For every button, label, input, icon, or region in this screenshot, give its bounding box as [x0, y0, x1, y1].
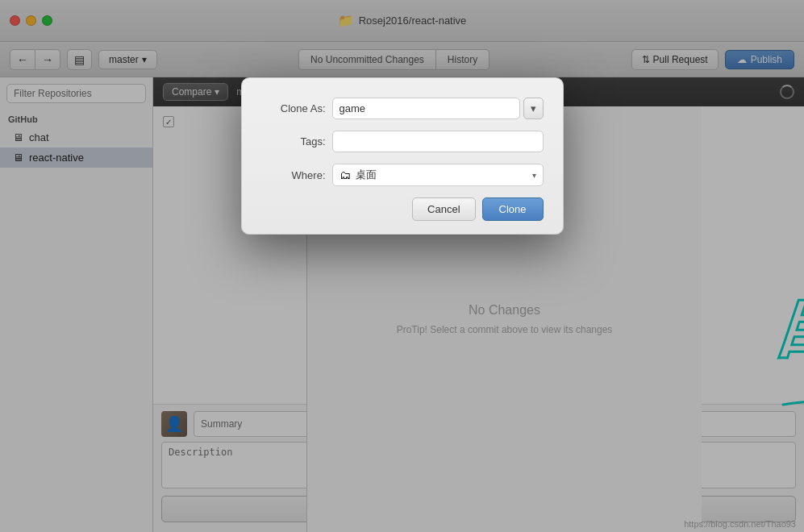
clone-as-dropdown[interactable]: ▾ — [523, 98, 544, 119]
modal-actions: Cancel Clone — [261, 197, 544, 221]
clone-dialog: Clone As: ▾ Tags: Where: 🗂 桌面 ▾ Cancel — [241, 77, 564, 235]
tags-row: Tags: — [261, 131, 544, 152]
where-wrap[interactable]: 🗂 桌面 ▾ — [332, 164, 544, 186]
where-row: Where: 🗂 桌面 ▾ — [261, 164, 544, 186]
clone-button[interactable]: Clone — [482, 197, 544, 221]
tags-wrap — [332, 131, 544, 152]
clone-as-input[interactable] — [332, 98, 520, 119]
where-path-text: 桌面 — [356, 168, 527, 182]
clone-as-label: Clone As: — [261, 102, 326, 114]
where-dropdown-icon: ▾ — [532, 171, 536, 180]
modal-overlay: Clone As: ▾ Tags: Where: 🗂 桌面 ▾ Cancel — [0, 0, 804, 532]
clone-as-wrap: ▾ — [332, 98, 544, 119]
where-folder-icon: 🗂 — [340, 168, 351, 181]
clone-as-row: Clone As: ▾ — [261, 98, 544, 119]
cancel-button[interactable]: Cancel — [412, 197, 475, 221]
where-label: Where: — [261, 169, 326, 181]
tags-input[interactable] — [332, 131, 544, 152]
tags-label: Tags: — [261, 135, 326, 148]
